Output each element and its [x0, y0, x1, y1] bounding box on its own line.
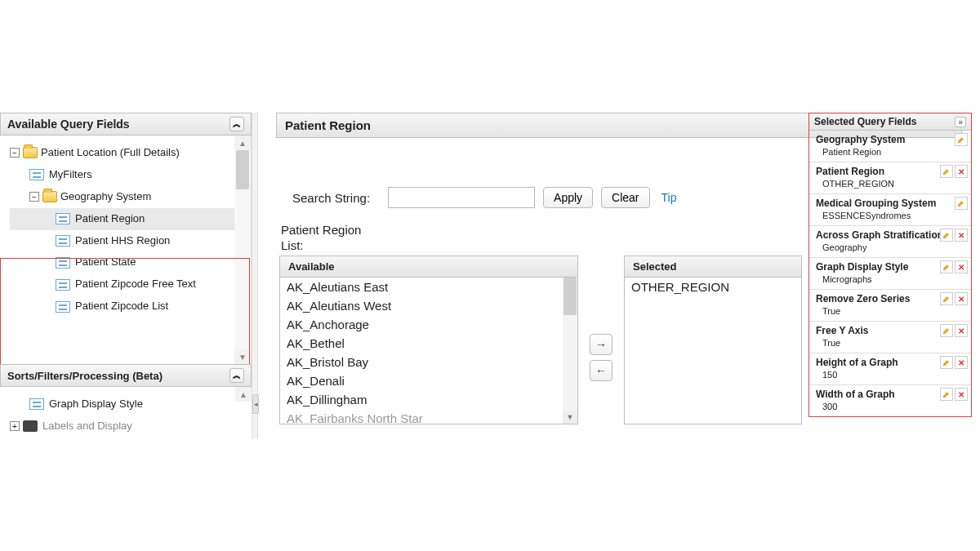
search-label: Search String:: [292, 191, 370, 205]
field-icon: [56, 235, 70, 247]
tree-item-geography-system[interactable]: − Geography System: [10, 186, 251, 208]
list-item[interactable]: AK_Anchorage: [280, 315, 577, 334]
list-item[interactable]: AK_Aleutians West: [280, 296, 577, 315]
minus-icon[interactable]: −: [10, 148, 20, 158]
selected-query-fields-panel: Selected Query Fields » Geography System…: [808, 113, 972, 417]
collapse-icon[interactable]: ︽: [229, 368, 244, 383]
tree-item-myfilters[interactable]: MyFilters: [10, 164, 251, 186]
scroll-thumb[interactable]: [236, 150, 249, 189]
selected-field-value: ESSENCESyndromes: [816, 211, 966, 220]
selected-field-value: True: [816, 306, 966, 316]
remove-icon[interactable]: ✕: [955, 165, 968, 178]
tree-root-patient-location[interactable]: − Patient Location (Full Details): [10, 142, 251, 164]
tree-item-patient-region[interactable]: Patient Region: [10, 208, 251, 230]
move-left-button[interactable]: ←: [590, 360, 612, 381]
selected-field-item: Width of a Graph300✕: [809, 384, 971, 416]
tree-label: Patient Zipcode Free Text: [75, 278, 196, 291]
tree-scroll: ▲ ▼ − Patient Location (Full Details) My…: [0, 136, 252, 364]
available-list[interactable]: AK_Aleutians East AK_Aleutians West AK_A…: [279, 278, 578, 424]
list-area: Patient Region List: Available AK_Aleuti…: [278, 223, 804, 424]
remove-icon[interactable]: ✕: [955, 229, 968, 242]
list-item[interactable]: AK_Denali: [280, 371, 577, 390]
remove-icon[interactable]: ✕: [955, 356, 968, 369]
scroll-down-icon[interactable]: ▼: [234, 349, 251, 364]
list-item[interactable]: AK_Bethel: [280, 334, 577, 353]
move-buttons: → ←: [590, 334, 612, 381]
tree-label: Patient Zipcode List: [75, 300, 168, 313]
selected-field-title: Medical Grouping System: [816, 198, 966, 209]
tree-label: Graph Display Style: [49, 398, 143, 411]
tree-item-patient-hhs-region[interactable]: Patient HHS Region: [10, 230, 251, 252]
pencil-icon[interactable]: [940, 292, 953, 305]
pencil-icon[interactable]: [940, 356, 953, 369]
tree-label: Labels and Display: [42, 420, 132, 433]
remove-icon[interactable]: ✕: [955, 292, 968, 305]
pencil-icon[interactable]: [940, 388, 953, 401]
field-icon: [56, 257, 70, 269]
selected-field-item: Free Y AxisTrue✕: [809, 321, 971, 353]
selected-field-value: Patient Region: [816, 147, 966, 157]
selected-field-value: 300: [816, 402, 966, 411]
remove-icon[interactable]: ✕: [955, 324, 968, 337]
splitter-handle-icon[interactable]: ◂: [252, 394, 259, 414]
available-query-fields-panel: Available Query Fields ︽ ▲ ▼ − Patient L…: [0, 113, 252, 439]
collapse-icon[interactable]: ︽: [229, 117, 244, 131]
list-item[interactable]: AK_Fairbanks North Star: [280, 409, 577, 424]
scroll-track[interactable]: [234, 150, 251, 349]
tree-label: Geography System: [60, 190, 151, 204]
field-icon: [56, 279, 70, 291]
selected-fields-header: Selected Query Fields »: [809, 113, 971, 131]
sorts-filters-title: Sorts/Filters/Processing (Beta): [7, 370, 163, 382]
minus-icon[interactable]: −: [29, 192, 39, 202]
pencil-icon[interactable]: [955, 197, 968, 210]
available-list-header: Available: [279, 256, 578, 278]
pencil-icon[interactable]: [940, 165, 953, 178]
list-item[interactable]: AK_Aleutians East: [280, 278, 577, 296]
selected-list[interactable]: OTHER_REGION: [624, 278, 802, 424]
pencil-icon[interactable]: [940, 324, 953, 337]
list-item[interactable]: AK_Bristol Bay: [280, 353, 577, 371]
remove-icon[interactable]: ✕: [955, 388, 968, 401]
tip-link[interactable]: Tip: [662, 191, 677, 204]
folder-dark-icon: [23, 420, 38, 432]
expand-icon[interactable]: »: [955, 117, 966, 127]
fields-tree: − Patient Location (Full Details) MyFilt…: [0, 136, 251, 318]
list-scroll-down-icon[interactable]: ▼: [563, 411, 577, 424]
tree-label: Patient Region: [75, 212, 145, 226]
selected-field-item: Across Graph StratificationGeography✕: [809, 225, 971, 257]
tree-item-graph-display-style[interactable]: Graph Display Style: [10, 393, 252, 415]
list-label: Patient Region List:: [279, 223, 804, 254]
selected-listbox: Selected OTHER_REGION: [624, 256, 802, 424]
splitter[interactable]: ◂: [252, 113, 258, 439]
pencil-icon[interactable]: [940, 260, 953, 273]
plus-icon[interactable]: +: [10, 421, 20, 431]
scroll-up-icon[interactable]: ▲: [235, 387, 252, 402]
tree-label: MyFilters: [49, 168, 92, 182]
pencil-icon[interactable]: [940, 229, 953, 242]
list-scroll-thumb[interactable]: [564, 278, 577, 315]
search-input[interactable]: [388, 187, 535, 208]
apply-button[interactable]: Apply: [543, 187, 593, 208]
tree-item-patient-zipcode-free-text[interactable]: Patient Zipcode Free Text: [10, 273, 251, 295]
selected-field-item: Graph Display StyleMicrographs✕: [809, 257, 971, 289]
tree-item-patient-zipcode-list[interactable]: Patient Zipcode List: [10, 295, 251, 318]
selected-field-item: Remove Zero SeriesTrue✕: [809, 289, 971, 321]
folder-icon: [23, 147, 38, 158]
scroll-up-icon[interactable]: ▲: [234, 136, 251, 150]
selected-list-header: Selected: [624, 256, 802, 278]
pencil-icon[interactable]: [955, 133, 968, 146]
list-scroll-track[interactable]: [563, 278, 577, 424]
selected-field-item: Height of a Graph150✕: [809, 353, 971, 384]
sorts-filters-header[interactable]: Sorts/Filters/Processing (Beta) ︽: [0, 364, 252, 387]
tree-item-patient-state[interactable]: Patient State: [10, 251, 251, 273]
selected-fields-list: Geography SystemPatient RegionPatient Re…: [809, 131, 971, 416]
selected-field-item: Medical Grouping SystemESSENCESyndromes: [809, 193, 971, 225]
list-item[interactable]: OTHER_REGION: [625, 278, 801, 296]
list-item[interactable]: AK_Dillingham: [280, 390, 577, 409]
clear-button[interactable]: Clear: [601, 187, 649, 208]
tree-item-labels-and-display[interactable]: + Labels and Display: [10, 415, 252, 438]
move-right-button[interactable]: →: [590, 334, 612, 355]
selected-field-value: True: [816, 338, 966, 348]
folder-icon: [42, 191, 57, 202]
remove-icon[interactable]: ✕: [955, 260, 968, 273]
